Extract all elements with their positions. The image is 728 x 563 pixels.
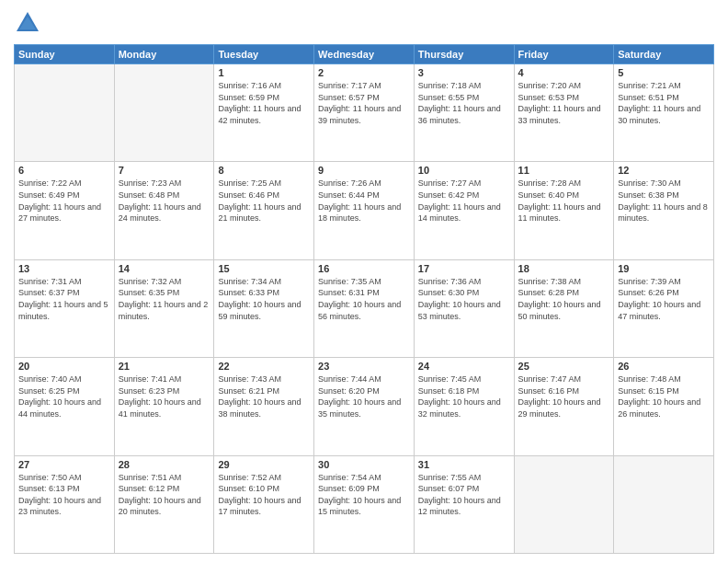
day-number: 14 — [119, 263, 210, 274]
calendar-table: SundayMondayTuesdayWednesdayThursdayFrid… — [14, 44, 714, 554]
day-info: Sunrise: 7:28 AMSunset: 6:40 PMDaylight:… — [518, 178, 610, 224]
day-number: 11 — [518, 165, 610, 176]
calendar-cell-empty — [15, 64, 115, 162]
day-info: Sunrise: 7:47 AMSunset: 6:16 PMDaylight:… — [518, 373, 610, 419]
day-number: 15 — [218, 263, 310, 274]
day-number: 5 — [618, 67, 710, 78]
calendar-cell-7: 7Sunrise: 7:23 AMSunset: 6:48 PMDaylight… — [114, 162, 214, 259]
day-info: Sunrise: 7:30 AMSunset: 6:38 PMDaylight:… — [618, 178, 710, 224]
calendar-cell-23: 23Sunrise: 7:44 AMSunset: 6:20 PMDayligh… — [314, 358, 415, 455]
day-number: 19 — [618, 263, 710, 274]
day-info: Sunrise: 7:55 AMSunset: 6:07 PMDaylight:… — [418, 472, 510, 518]
calendar-cell-empty — [114, 64, 214, 162]
calendar-cell-24: 24Sunrise: 7:45 AMSunset: 6:18 PMDayligh… — [414, 358, 514, 455]
week-row-3: 20Sunrise: 7:40 AMSunset: 6:25 PMDayligh… — [15, 358, 714, 455]
calendar-cell-2: 2Sunrise: 7:17 AMSunset: 6:57 PMDaylight… — [314, 64, 415, 162]
week-row-4: 27Sunrise: 7:50 AMSunset: 6:13 PMDayligh… — [15, 455, 714, 553]
day-info: Sunrise: 7:32 AMSunset: 6:35 PMDaylight:… — [119, 276, 210, 322]
calendar-cell-13: 13Sunrise: 7:31 AMSunset: 6:37 PMDayligh… — [15, 259, 115, 357]
day-number: 1 — [218, 67, 310, 78]
calendar-cell-20: 20Sunrise: 7:40 AMSunset: 6:25 PMDayligh… — [15, 358, 115, 455]
day-info: Sunrise: 7:23 AMSunset: 6:48 PMDaylight:… — [119, 178, 210, 224]
day-number: 7 — [119, 165, 210, 176]
day-number: 16 — [318, 263, 410, 274]
calendar-cell-11: 11Sunrise: 7:28 AMSunset: 6:40 PMDayligh… — [514, 162, 614, 259]
calendar-cell-27: 27Sunrise: 7:50 AMSunset: 6:13 PMDayligh… — [15, 455, 115, 553]
day-info: Sunrise: 7:41 AMSunset: 6:23 PMDaylight:… — [119, 373, 210, 419]
day-info: Sunrise: 7:21 AMSunset: 6:51 PMDaylight:… — [618, 80, 710, 126]
day-number: 30 — [318, 459, 410, 470]
calendar-cell-8: 8Sunrise: 7:25 AMSunset: 6:46 PMDaylight… — [214, 162, 314, 259]
calendar-cell-28: 28Sunrise: 7:51 AMSunset: 6:12 PMDayligh… — [114, 455, 214, 553]
day-number: 18 — [518, 263, 610, 274]
day-number: 10 — [418, 165, 510, 176]
day-info: Sunrise: 7:54 AMSunset: 6:09 PMDaylight:… — [318, 472, 410, 518]
day-number: 27 — [18, 459, 110, 470]
calendar-cell-26: 26Sunrise: 7:48 AMSunset: 6:15 PMDayligh… — [614, 358, 714, 455]
day-info: Sunrise: 7:16 AMSunset: 6:59 PMDaylight:… — [218, 80, 310, 126]
calendar-cell-empty — [514, 455, 614, 553]
day-number: 6 — [18, 165, 110, 176]
calendar-cell-5: 5Sunrise: 7:21 AMSunset: 6:51 PMDaylight… — [614, 64, 714, 162]
day-number: 24 — [418, 361, 510, 372]
day-info: Sunrise: 7:34 AMSunset: 6:33 PMDaylight:… — [218, 276, 310, 322]
week-row-0: 1Sunrise: 7:16 AMSunset: 6:59 PMDaylight… — [15, 64, 714, 162]
calendar-cell-12: 12Sunrise: 7:30 AMSunset: 6:38 PMDayligh… — [614, 162, 714, 259]
day-number: 21 — [119, 361, 210, 372]
calendar-cell-10: 10Sunrise: 7:27 AMSunset: 6:42 PMDayligh… — [414, 162, 514, 259]
day-number: 8 — [218, 165, 310, 176]
weekday-header-wednesday: Wednesday — [314, 45, 415, 64]
day-info: Sunrise: 7:36 AMSunset: 6:30 PMDaylight:… — [418, 276, 510, 322]
day-info: Sunrise: 7:45 AMSunset: 6:18 PMDaylight:… — [418, 373, 510, 419]
day-number: 2 — [318, 67, 410, 78]
day-info: Sunrise: 7:38 AMSunset: 6:28 PMDaylight:… — [518, 276, 610, 322]
day-info: Sunrise: 7:50 AMSunset: 6:13 PMDaylight:… — [18, 472, 110, 518]
calendar-cell-25: 25Sunrise: 7:47 AMSunset: 6:16 PMDayligh… — [514, 358, 614, 455]
day-info: Sunrise: 7:18 AMSunset: 6:55 PMDaylight:… — [418, 80, 510, 126]
weekday-header-saturday: Saturday — [614, 45, 714, 64]
weekday-header-row: SundayMondayTuesdayWednesdayThursdayFrid… — [15, 45, 714, 64]
day-number: 31 — [418, 459, 510, 470]
day-number: 26 — [618, 361, 710, 372]
day-number: 13 — [18, 263, 110, 274]
calendar-cell-4: 4Sunrise: 7:20 AMSunset: 6:53 PMDaylight… — [514, 64, 614, 162]
day-number: 25 — [518, 361, 610, 372]
day-info: Sunrise: 7:17 AMSunset: 6:57 PMDaylight:… — [318, 80, 410, 126]
day-info: Sunrise: 7:39 AMSunset: 6:26 PMDaylight:… — [618, 276, 710, 322]
day-info: Sunrise: 7:20 AMSunset: 6:53 PMDaylight:… — [518, 80, 610, 126]
calendar-cell-22: 22Sunrise: 7:43 AMSunset: 6:21 PMDayligh… — [214, 358, 314, 455]
day-number: 22 — [218, 361, 310, 372]
weekday-header-friday: Friday — [514, 45, 614, 64]
day-number: 28 — [119, 459, 210, 470]
day-info: Sunrise: 7:40 AMSunset: 6:25 PMDaylight:… — [18, 373, 110, 419]
calendar-cell-9: 9Sunrise: 7:26 AMSunset: 6:44 PMDaylight… — [314, 162, 415, 259]
header — [14, 9, 714, 37]
day-info: Sunrise: 7:48 AMSunset: 6:15 PMDaylight:… — [618, 373, 710, 419]
calendar-cell-30: 30Sunrise: 7:54 AMSunset: 6:09 PMDayligh… — [314, 455, 415, 553]
day-number: 12 — [618, 165, 710, 176]
day-info: Sunrise: 7:26 AMSunset: 6:44 PMDaylight:… — [318, 178, 410, 224]
week-row-2: 13Sunrise: 7:31 AMSunset: 6:37 PMDayligh… — [15, 259, 714, 357]
calendar-cell-6: 6Sunrise: 7:22 AMSunset: 6:49 PMDaylight… — [15, 162, 115, 259]
day-info: Sunrise: 7:25 AMSunset: 6:46 PMDaylight:… — [218, 178, 310, 224]
weekday-header-thursday: Thursday — [414, 45, 514, 64]
logo — [14, 9, 45, 37]
day-number: 3 — [418, 67, 510, 78]
calendar-cell-17: 17Sunrise: 7:36 AMSunset: 6:30 PMDayligh… — [414, 259, 514, 357]
calendar-cell-15: 15Sunrise: 7:34 AMSunset: 6:33 PMDayligh… — [214, 259, 314, 357]
calendar-cell-19: 19Sunrise: 7:39 AMSunset: 6:26 PMDayligh… — [614, 259, 714, 357]
day-number: 17 — [418, 263, 510, 274]
weekday-header-tuesday: Tuesday — [214, 45, 314, 64]
day-info: Sunrise: 7:35 AMSunset: 6:31 PMDaylight:… — [318, 276, 410, 322]
weekday-header-sunday: Sunday — [15, 45, 115, 64]
week-row-1: 6Sunrise: 7:22 AMSunset: 6:49 PMDaylight… — [15, 162, 714, 259]
day-info: Sunrise: 7:44 AMSunset: 6:20 PMDaylight:… — [318, 373, 410, 419]
day-number: 9 — [318, 165, 410, 176]
day-info: Sunrise: 7:43 AMSunset: 6:21 PMDaylight:… — [218, 373, 310, 419]
day-info: Sunrise: 7:31 AMSunset: 6:37 PMDaylight:… — [18, 276, 110, 322]
calendar-cell-31: 31Sunrise: 7:55 AMSunset: 6:07 PMDayligh… — [414, 455, 514, 553]
day-info: Sunrise: 7:22 AMSunset: 6:49 PMDaylight:… — [18, 178, 110, 224]
day-number: 4 — [518, 67, 610, 78]
calendar-cell-18: 18Sunrise: 7:38 AMSunset: 6:28 PMDayligh… — [514, 259, 614, 357]
logo-icon — [14, 9, 41, 37]
